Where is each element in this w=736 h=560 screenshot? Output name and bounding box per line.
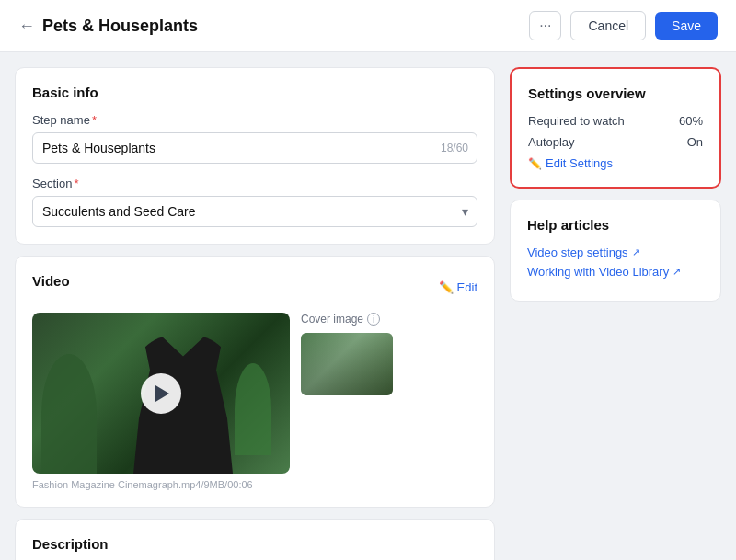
step-name-required: *: [92, 113, 97, 127]
step-name-field-wrap: 18/60: [32, 132, 477, 164]
autoplay-row: Autoplay On: [528, 135, 703, 149]
header-right: ··· Cancel Save: [529, 11, 718, 40]
description-title: Description: [32, 536, 477, 552]
cover-thumb-overlay: [301, 333, 393, 395]
info-icon: i: [367, 313, 380, 326]
save-button[interactable]: Save: [655, 12, 718, 40]
pencil-icon: ✏️: [528, 157, 542, 170]
edit-settings-label: Edit Settings: [546, 156, 613, 170]
required-to-watch-label: Required to watch: [528, 114, 625, 128]
pencil-edit-icon: ✏️: [439, 280, 454, 294]
basic-info-card: Basic info Step name* 18/60 Section* Suc…: [15, 67, 495, 245]
video-card: Video ✏️ Edit: [15, 256, 495, 508]
cancel-button[interactable]: Cancel: [570, 11, 646, 40]
step-name-input[interactable]: [32, 132, 477, 164]
section-label: Section*: [32, 177, 477, 190]
cover-image-thumbnail[interactable]: [301, 333, 393, 395]
play-button[interactable]: [141, 373, 181, 414]
cover-image-section: Cover image i: [301, 313, 393, 395]
video-section-title: Video: [32, 273, 70, 289]
autoplay-label: Autoplay: [528, 135, 575, 149]
step-name-label: Step name*: [32, 113, 477, 127]
right-column: Settings overview Required to watch 60% …: [510, 67, 721, 560]
required-to-watch-value: 60%: [679, 114, 703, 128]
back-button[interactable]: ←: [18, 17, 35, 36]
required-to-watch-row: Required to watch 60%: [528, 114, 703, 128]
char-count: 18/60: [441, 142, 468, 154]
app-header: ← Pets & Houseplants ··· Cancel Save: [0, 0, 736, 52]
help-articles-title: Help articles: [527, 217, 704, 233]
help-article-2-label: Working with Video Library: [527, 265, 669, 279]
video-thumbnail[interactable]: [32, 313, 290, 474]
section-required: *: [74, 177, 78, 190]
video-caption: Fashion Magazine Cinemagraph.mp4/9MB/00:…: [32, 479, 290, 490]
description-card: Description ✦ Welcome to our video on pe…: [15, 519, 495, 560]
help-articles-card: Help articles Video step settings ↗ Work…: [510, 200, 721, 302]
edit-video-button[interactable]: ✏️ Edit: [439, 280, 477, 294]
section-select-wrap: Succulents and Seed Care ▾: [32, 196, 477, 227]
more-options-button[interactable]: ···: [529, 11, 561, 40]
help-article-1-link[interactable]: Video step settings ↗: [527, 246, 704, 259]
help-article-2-link[interactable]: Working with Video Library ↗: [527, 265, 704, 279]
basic-info-title: Basic info: [32, 85, 477, 100]
external-link-icon-1: ↗: [632, 246, 640, 258]
autoplay-value: On: [687, 135, 703, 149]
section-select[interactable]: Succulents and Seed Care: [32, 196, 477, 227]
settings-overview-card: Settings overview Required to watch 60% …: [510, 67, 721, 189]
cover-image-label: Cover image i: [301, 313, 393, 326]
play-icon: [155, 385, 169, 402]
settings-overview-title: Settings overview: [528, 86, 703, 101]
external-link-icon-2: ↗: [673, 266, 681, 278]
video-overlay: [32, 313, 290, 474]
edit-settings-link[interactable]: ✏️ Edit Settings: [528, 156, 703, 170]
help-article-1-label: Video step settings: [527, 246, 628, 259]
video-player-wrap: Fashion Magazine Cinemagraph.mp4/9MB/00:…: [32, 313, 290, 490]
video-body: Fashion Magazine Cinemagraph.mp4/9MB/00:…: [32, 313, 477, 490]
header-left: ← Pets & Houseplants: [18, 17, 198, 36]
video-header: Video ✏️ Edit: [32, 273, 477, 302]
main-content: Basic info Step name* 18/60 Section* Suc…: [0, 52, 736, 560]
page-title: Pets & Houseplants: [42, 17, 198, 36]
left-column: Basic info Step name* 18/60 Section* Suc…: [15, 67, 495, 560]
